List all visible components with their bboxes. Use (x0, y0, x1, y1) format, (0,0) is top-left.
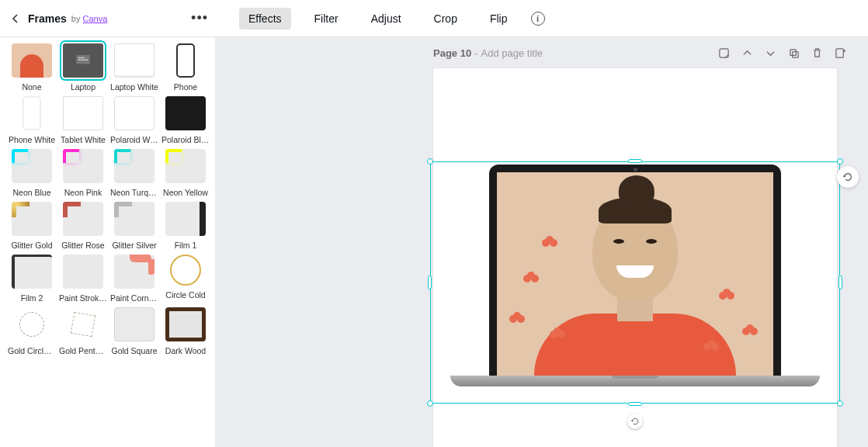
frame-thumb (63, 255, 103, 289)
frame-option-tablet-white[interactable]: Tablet White (59, 96, 107, 144)
frame-thumb (114, 149, 155, 183)
frame-thumb (63, 96, 103, 130)
canvas-area[interactable]: Page 10 - Add page title (216, 37, 868, 447)
frame-thumb (114, 43, 155, 78)
frame-option-circle-cold[interactable]: Circle Cold (161, 255, 210, 303)
resize-edge-w[interactable] (428, 275, 432, 289)
frame-thumb (114, 202, 155, 236)
info-icon[interactable]: i (531, 12, 545, 26)
frame-label: Polaroid Black (161, 135, 210, 144)
frame-thumb (12, 255, 52, 289)
frame-option-gold-square[interactable]: Gold Square (110, 307, 158, 355)
frame-option-paint-corners[interactable]: Paint Corners (110, 255, 158, 303)
trash-icon[interactable] (811, 47, 823, 59)
resize-handle-ne[interactable] (837, 158, 843, 165)
resize-handle-nw[interactable] (427, 158, 433, 165)
frame-label: Neon Turqu... (110, 188, 158, 197)
back-button[interactable] (6, 11, 25, 26)
chevron-down-icon[interactable] (764, 47, 776, 59)
resize-handle-se[interactable] (837, 400, 843, 407)
adjust-button[interactable]: Adjust (362, 8, 411, 29)
frame-option-neon-turqu-[interactable]: Neon Turqu... (110, 149, 158, 197)
frame-option-polaroid-black[interactable]: Polaroid Black (161, 96, 210, 144)
frame-thumb (170, 255, 201, 286)
page-title-input[interactable]: Add page title (481, 47, 543, 59)
frame-option-laptop[interactable]: Laptop (59, 43, 107, 92)
brand-link[interactable]: Canva (83, 14, 108, 23)
crop-button[interactable]: Crop (425, 8, 467, 29)
filter-button[interactable]: Filter (305, 8, 348, 29)
by-label: by Canva (71, 14, 107, 23)
svg-rect-9 (835, 48, 842, 57)
svg-point-4 (86, 59, 88, 61)
frame-option-gold-circle-l-[interactable]: Gold Circle L... (8, 307, 56, 355)
frame-thumb (114, 96, 155, 130)
frame-label: Gold Circle L... (8, 346, 56, 355)
frame-thumb (15, 307, 49, 341)
frame-label: Paint Strokes (59, 293, 107, 303)
frame-thumb (114, 307, 155, 341)
frame-label: None (22, 82, 41, 92)
frame-label: Neon Blue (12, 188, 50, 197)
frame-option-neon-blue[interactable]: Neon Blue (8, 149, 56, 197)
svg-point-5 (78, 59, 80, 61)
frame-label: Gold Square (112, 346, 158, 355)
svg-rect-8 (792, 51, 798, 57)
more-button[interactable]: ••• (182, 4, 217, 33)
frame-thumb (63, 43, 103, 78)
frame-label: Glitter Gold (11, 241, 52, 250)
selection-box[interactable] (430, 161, 840, 404)
refresh-icon (842, 172, 853, 182)
svg-rect-7 (790, 49, 796, 55)
frame-label: Neon Yellow (163, 188, 208, 197)
frame-option-gold-pentag-[interactable]: Gold Pentag... (59, 307, 107, 355)
frame-label: Polaroid Wh... (110, 135, 158, 144)
panel-title: Frames (28, 12, 67, 25)
add-page-icon[interactable] (834, 47, 846, 59)
frame-option-phone-white[interactable]: Phone White (8, 96, 56, 144)
page-number: Page 10 (433, 47, 471, 59)
flip-button[interactable]: Flip (481, 8, 517, 29)
frame-thumb (165, 307, 206, 341)
frame-label: Gold Pentag... (59, 346, 107, 355)
refresh-button[interactable] (837, 166, 859, 188)
frame-option-glitter-gold[interactable]: Glitter Gold (8, 202, 56, 250)
chevron-left-icon (11, 14, 20, 23)
frame-option-glitter-silver[interactable]: Glitter Silver (110, 202, 158, 250)
frame-option-phone[interactable]: Phone (161, 43, 210, 92)
copy-icon[interactable] (787, 47, 800, 59)
rotate-handle[interactable] (627, 414, 643, 429)
frame-option-dark-wood[interactable]: Dark Wood (161, 307, 210, 355)
frame-thumb (12, 202, 52, 236)
frame-thumb (23, 96, 41, 130)
frame-option-film-2[interactable]: Film 2 (8, 255, 56, 303)
frame-thumb (63, 149, 103, 183)
frame-option-neon-yellow[interactable]: Neon Yellow (161, 149, 210, 197)
frame-option-paint-strokes[interactable]: Paint Strokes (59, 255, 107, 303)
frame-label: Dark Wood (165, 346, 206, 355)
rotate-icon (630, 417, 640, 426)
frame-label: Film 2 (21, 293, 43, 303)
frame-thumb (63, 202, 103, 236)
frame-thumb (12, 43, 52, 78)
frame-thumb (165, 202, 206, 236)
resize-handle-sw[interactable] (427, 400, 433, 407)
frame-option-film-1[interactable]: Film 1 (161, 202, 210, 250)
effects-button[interactable]: Effects (239, 8, 291, 29)
frame-option-laptop-white[interactable]: Laptop White (110, 43, 158, 92)
frame-thumb (165, 96, 206, 130)
resize-edge-n[interactable] (628, 159, 642, 163)
frame-label: Tablet White (61, 135, 106, 144)
page-canvas[interactable] (433, 68, 837, 447)
svg-point-3 (78, 57, 80, 59)
frame-option-neon-pink[interactable]: Neon Pink (59, 149, 107, 197)
resize-edge-s[interactable] (628, 402, 642, 406)
frame-option-polaroid-wh-[interactable]: Polaroid Wh... (110, 96, 158, 144)
frame-option-none[interactable]: None (8, 43, 56, 92)
notes-icon[interactable] (717, 47, 730, 59)
resize-edge-e[interactable] (838, 275, 842, 289)
chevron-up-icon[interactable] (741, 47, 753, 59)
frames-sidebar[interactable]: NoneLaptopLaptop WhitePhonePhone WhiteTa… (0, 37, 216, 447)
frame-option-glitter-rose[interactable]: Glitter Rose (59, 202, 107, 250)
frame-thumb (176, 43, 195, 78)
